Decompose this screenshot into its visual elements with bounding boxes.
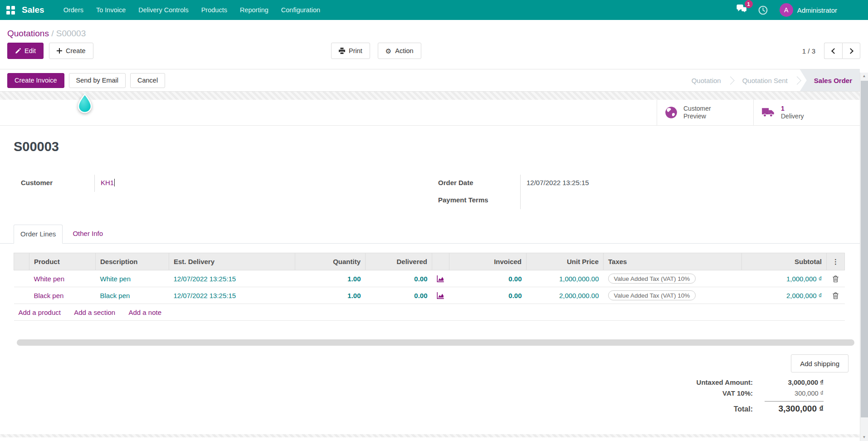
send-by-email-button[interactable]: Send by Email <box>69 73 126 88</box>
cell-quantity[interactable]: 1.00 <box>295 270 366 287</box>
add-shipping-button[interactable]: Add shipping <box>791 354 848 372</box>
cell-product[interactable]: Black pen <box>29 287 96 304</box>
totals-zone: Add shipping Untaxed Amount: 3,000,000 ₫… <box>0 354 860 414</box>
cell-delivered[interactable]: 0.00 <box>366 287 432 304</box>
add-a-section-link[interactable]: Add a section <box>74 309 115 316</box>
col-subtotal[interactable]: Subtotal <box>742 253 827 270</box>
cell-invoiced[interactable]: 0.00 <box>449 270 527 287</box>
cell-description[interactable]: Black pen <box>96 287 169 304</box>
top-navbar: Sales Orders To Invoice Delivery Control… <box>0 0 868 20</box>
onboarding-drop-indicator[interactable] <box>76 93 94 116</box>
horizontal-scrollbar[interactable] <box>17 339 854 346</box>
create-button[interactable]: Create <box>49 43 93 59</box>
tab-order-lines[interactable]: Order Lines <box>14 225 63 244</box>
delivery-count: 1 <box>781 105 785 112</box>
menu-reporting[interactable]: Reporting <box>234 0 275 20</box>
pager-next-button[interactable] <box>842 43 860 59</box>
menu-delivery-controls[interactable]: Delivery Controls <box>132 0 195 20</box>
background-band <box>0 92 860 100</box>
cell-delete <box>827 287 845 304</box>
col-unit-price[interactable]: Unit Price <box>527 253 604 270</box>
cell-subtotal[interactable]: 2,000,000 ₫ <box>742 287 827 304</box>
menu-orders[interactable]: Orders <box>57 0 90 20</box>
col-invoiced[interactable]: Invoiced <box>449 253 527 270</box>
cell-unit-price[interactable]: 1,000,000.00 <box>527 270 604 287</box>
edit-button[interactable]: Edit <box>7 43 44 59</box>
tax-tag[interactable]: Value Added Tax (VAT) 10% <box>608 274 696 284</box>
tab-other-info[interactable]: Other Info <box>66 225 109 243</box>
order-date-value[interactable]: 12/07/2022 13:25:15 <box>520 175 853 192</box>
vertical-scrollbar[interactable]: ▲ ▼ <box>860 73 868 441</box>
status-step-sales-order[interactable]: Sales Order <box>800 69 860 91</box>
add-a-product-link[interactable]: Add a product <box>19 309 61 316</box>
cancel-button[interactable]: Cancel <box>130 73 165 88</box>
col-taxes[interactable]: Taxes <box>604 253 742 270</box>
cell-invoiced[interactable]: 0.00 <box>449 287 527 304</box>
customer-field-label: Customer <box>14 175 94 192</box>
area-chart-icon[interactable] <box>437 292 444 299</box>
delivery-smart-button[interactable]: 1 Delivery <box>753 100 860 125</box>
customer-preview-line2: Preview <box>683 113 706 120</box>
customer-field-value[interactable]: KH1 <box>94 175 277 192</box>
menu-products[interactable]: Products <box>195 0 234 20</box>
menu-configuration[interactable]: Configuration <box>275 0 327 20</box>
tax-tag[interactable]: Value Added Tax (VAT) 10% <box>608 290 696 300</box>
add-a-note-link[interactable]: Add a note <box>129 309 162 316</box>
create-invoice-button[interactable]: Create Invoice <box>7 73 64 88</box>
scrollbar-thumb[interactable] <box>861 81 868 417</box>
untaxed-amount-value: 3,000,000 ₫ <box>765 378 824 386</box>
document-title: S00003 <box>14 137 860 156</box>
table-row: Black pen Black pen 12/07/2022 13:25:15 … <box>14 287 845 304</box>
app-name[interactable]: Sales <box>22 5 44 15</box>
cell-est-delivery[interactable]: 12/07/2022 13:25:15 <box>169 270 295 287</box>
totals-table: Untaxed Amount: 3,000,000 ₫ VAT 10%: 300… <box>697 378 848 414</box>
cell-taxes[interactable]: Value Added Tax (VAT) 10% <box>604 287 742 304</box>
col-delivered[interactable]: Delivered <box>366 253 432 270</box>
scroll-down-arrow-icon[interactable]: ▼ <box>860 434 868 441</box>
col-est-delivery[interactable]: Est. Delivery <box>169 253 295 270</box>
col-quantity[interactable]: Quantity <box>295 253 366 270</box>
vat-value: 300,000 ₫ <box>765 390 824 398</box>
globe-icon <box>665 106 678 119</box>
field-groups: Customer KH1 Order Date 12/07/2022 13:25… <box>0 175 860 209</box>
row-handle[interactable] <box>14 287 29 304</box>
cell-forecast <box>432 270 449 287</box>
optional-columns-toggle[interactable]: ⋮ <box>827 253 845 270</box>
smart-button-box: Customer Preview 1 Delivery <box>0 100 860 126</box>
trash-icon[interactable] <box>832 275 839 283</box>
breadcrumb-quotations[interactable]: Quotations <box>7 29 49 38</box>
customer-preview-button[interactable]: Customer Preview <box>657 100 753 125</box>
printer-icon <box>339 48 345 54</box>
cell-quantity[interactable]: 1.00 <box>295 287 366 304</box>
cell-delivered[interactable]: 0.00 <box>366 270 432 287</box>
action-button[interactable]: ⚙ Action <box>378 43 421 59</box>
menu-to-invoice[interactable]: To Invoice <box>90 0 132 20</box>
cell-description[interactable]: White pen <box>96 270 169 287</box>
user-menu[interactable]: Administrator <box>797 6 837 14</box>
apps-grid-icon[interactable] <box>6 6 15 15</box>
cell-est-delivery[interactable]: 12/07/2022 13:25:15 <box>169 287 295 304</box>
cell-product[interactable]: White pen <box>29 270 96 287</box>
col-description[interactable]: Description <box>96 253 169 270</box>
activities-icon[interactable] <box>758 5 768 15</box>
status-step-quotation-sent[interactable]: Quotation Sent <box>733 69 797 91</box>
delivery-label: Delivery <box>781 113 804 120</box>
col-product[interactable]: Product <box>29 253 96 270</box>
print-button[interactable]: Print <box>331 43 370 59</box>
background-band-bottom <box>0 434 860 437</box>
area-chart-icon[interactable] <box>437 275 444 283</box>
row-handle[interactable] <box>14 270 29 287</box>
pager-previous-button[interactable] <box>824 43 842 59</box>
cell-subtotal[interactable]: 1,000,000 ₫ <box>742 270 827 287</box>
trash-icon[interactable] <box>832 292 839 299</box>
scroll-up-arrow-icon[interactable]: ▲ <box>860 73 868 80</box>
messages-icon[interactable]: 1 <box>736 5 747 15</box>
cell-unit-price[interactable]: 2,000,000.00 <box>527 287 604 304</box>
order-lines-table-wrap: Product Description Est. Delivery Quanti… <box>14 253 846 321</box>
cell-taxes[interactable]: Value Added Tax (VAT) 10% <box>604 270 742 287</box>
payment-terms-label: Payment Terms <box>431 192 520 209</box>
status-step-quotation[interactable]: Quotation <box>683 69 730 91</box>
payment-terms-value[interactable] <box>520 192 853 209</box>
pager-value[interactable]: 1 / 3 <box>802 47 815 55</box>
user-avatar[interactable]: A <box>780 3 793 17</box>
